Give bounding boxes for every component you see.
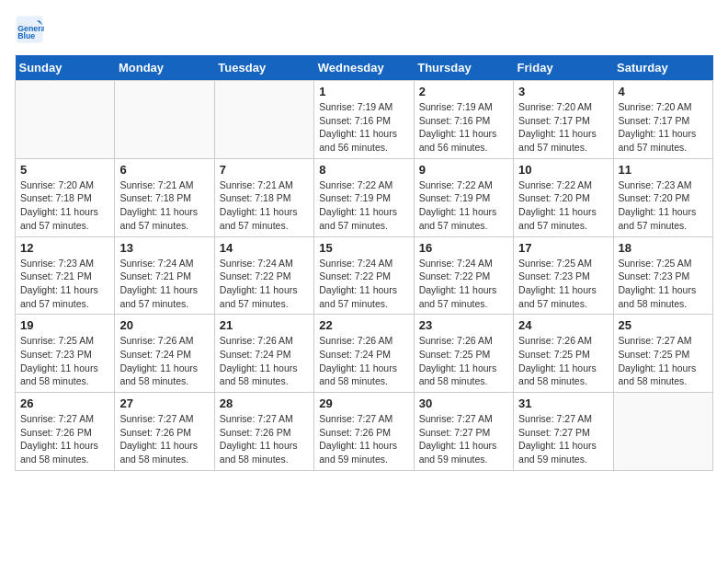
day-number: 28: [220, 396, 309, 410]
day-info: Sunrise: 7:25 AM Sunset: 7:23 PM Dayligh…: [619, 257, 708, 311]
week-row-5: 26Sunrise: 7:27 AM Sunset: 7:26 PM Dayli…: [16, 393, 713, 471]
day-number: 12: [20, 241, 109, 255]
day-info: Sunrise: 7:22 AM Sunset: 7:20 PM Dayligh…: [518, 178, 608, 233]
calendar-cell: 27Sunrise: 7:27 AM Sunset: 7:26 PM Dayli…: [115, 393, 214, 471]
day-info: Sunrise: 7:26 AM Sunset: 7:24 PM Dayligh…: [319, 334, 408, 388]
day-info: Sunrise: 7:27 AM Sunset: 7:26 PM Dayligh…: [319, 412, 408, 466]
day-number: 15: [319, 241, 408, 255]
header-cell-sunday: Sunday: [16, 55, 115, 81]
day-info: Sunrise: 7:22 AM Sunset: 7:19 PM Dayligh…: [419, 178, 508, 233]
week-row-2: 5Sunrise: 7:20 AM Sunset: 7:18 PM Daylig…: [16, 158, 713, 236]
calendar-cell: 20Sunrise: 7:26 AM Sunset: 7:24 PM Dayli…: [115, 315, 214, 393]
day-number: 2: [419, 85, 508, 98]
day-info: Sunrise: 7:26 AM Sunset: 7:25 PM Dayligh…: [419, 334, 508, 388]
calendar-cell: 9Sunrise: 7:22 AM Sunset: 7:19 PM Daylig…: [414, 158, 513, 236]
calendar-cell: 5Sunrise: 7:20 AM Sunset: 7:18 PM Daylig…: [16, 158, 115, 236]
calendar-cell: 2Sunrise: 7:19 AM Sunset: 7:16 PM Daylig…: [414, 81, 513, 159]
logo: General Blue: [15, 15, 50, 44]
header-cell-saturday: Saturday: [613, 55, 712, 81]
calendar-cell: 30Sunrise: 7:27 AM Sunset: 7:27 PM Dayli…: [414, 393, 513, 471]
day-number: 5: [20, 163, 109, 177]
logo-icon: General Blue: [15, 15, 44, 44]
day-number: 16: [419, 241, 508, 255]
calendar-cell: 7Sunrise: 7:21 AM Sunset: 7:18 PM Daylig…: [214, 158, 313, 236]
calendar-cell: 3Sunrise: 7:20 AM Sunset: 7:17 PM Daylig…: [514, 81, 613, 159]
calendar-cell: 24Sunrise: 7:26 AM Sunset: 7:25 PM Dayli…: [514, 315, 613, 393]
calendar-cell: 31Sunrise: 7:27 AM Sunset: 7:27 PM Dayli…: [514, 393, 613, 471]
day-info: Sunrise: 7:27 AM Sunset: 7:26 PM Dayligh…: [119, 412, 209, 466]
day-info: Sunrise: 7:25 AM Sunset: 7:23 PM Dayligh…: [20, 334, 109, 388]
day-number: 14: [220, 241, 309, 255]
day-info: Sunrise: 7:27 AM Sunset: 7:26 PM Dayligh…: [20, 412, 109, 466]
calendar-cell: 23Sunrise: 7:26 AM Sunset: 7:25 PM Dayli…: [414, 315, 513, 393]
calendar-header: SundayMondayTuesdayWednesdayThursdayFrid…: [16, 55, 713, 81]
day-number: 25: [619, 318, 708, 332]
day-info: Sunrise: 7:20 AM Sunset: 7:17 PM Dayligh…: [518, 100, 608, 155]
header-cell-tuesday: Tuesday: [214, 55, 313, 81]
day-info: Sunrise: 7:20 AM Sunset: 7:18 PM Dayligh…: [20, 178, 109, 233]
day-info: Sunrise: 7:26 AM Sunset: 7:24 PM Dayligh…: [119, 334, 209, 388]
day-number: 10: [518, 163, 608, 177]
day-number: 27: [119, 396, 209, 410]
calendar-cell: 15Sunrise: 7:24 AM Sunset: 7:22 PM Dayli…: [314, 236, 414, 315]
day-number: 17: [518, 241, 608, 255]
day-number: 23: [419, 318, 508, 332]
day-number: 29: [319, 396, 408, 410]
day-info: Sunrise: 7:19 AM Sunset: 7:16 PM Dayligh…: [319, 100, 408, 155]
calendar-cell: 19Sunrise: 7:25 AM Sunset: 7:23 PM Dayli…: [16, 315, 115, 393]
calendar-cell: 17Sunrise: 7:25 AM Sunset: 7:23 PM Dayli…: [514, 236, 613, 315]
calendar-cell: 11Sunrise: 7:23 AM Sunset: 7:20 PM Dayli…: [613, 158, 712, 236]
calendar-cell: 28Sunrise: 7:27 AM Sunset: 7:26 PM Dayli…: [214, 393, 313, 471]
day-number: 26: [20, 396, 109, 410]
day-number: 6: [119, 163, 209, 177]
calendar-cell: [214, 81, 313, 159]
header-cell-friday: Friday: [514, 55, 613, 81]
day-info: Sunrise: 7:21 AM Sunset: 7:18 PM Dayligh…: [119, 178, 209, 233]
header-cell-thursday: Thursday: [414, 55, 513, 81]
calendar-cell: 14Sunrise: 7:24 AM Sunset: 7:22 PM Dayli…: [214, 236, 313, 315]
day-number: 4: [619, 85, 708, 98]
day-info: Sunrise: 7:25 AM Sunset: 7:23 PM Dayligh…: [518, 257, 608, 311]
day-info: Sunrise: 7:27 AM Sunset: 7:25 PM Dayligh…: [619, 334, 708, 388]
day-number: 7: [220, 163, 309, 177]
calendar-table: SundayMondayTuesdayWednesdayThursdayFrid…: [15, 55, 713, 471]
day-number: 3: [518, 85, 608, 98]
calendar-cell: 6Sunrise: 7:21 AM Sunset: 7:18 PM Daylig…: [115, 158, 214, 236]
day-info: Sunrise: 7:24 AM Sunset: 7:21 PM Dayligh…: [119, 257, 209, 311]
calendar-cell: 8Sunrise: 7:22 AM Sunset: 7:19 PM Daylig…: [314, 158, 414, 236]
day-number: 19: [20, 318, 109, 332]
calendar-cell: 22Sunrise: 7:26 AM Sunset: 7:24 PM Dayli…: [314, 315, 414, 393]
calendar-cell: 1Sunrise: 7:19 AM Sunset: 7:16 PM Daylig…: [314, 81, 414, 159]
calendar-cell: 26Sunrise: 7:27 AM Sunset: 7:26 PM Dayli…: [16, 393, 115, 471]
day-number: 9: [419, 163, 508, 177]
calendar-cell: 13Sunrise: 7:24 AM Sunset: 7:21 PM Dayli…: [115, 236, 214, 315]
day-info: Sunrise: 7:21 AM Sunset: 7:18 PM Dayligh…: [220, 178, 309, 233]
week-row-1: 1Sunrise: 7:19 AM Sunset: 7:16 PM Daylig…: [16, 81, 713, 159]
day-number: 13: [119, 241, 209, 255]
calendar-cell: [115, 81, 214, 159]
week-row-3: 12Sunrise: 7:23 AM Sunset: 7:21 PM Dayli…: [16, 236, 713, 315]
header-cell-monday: Monday: [115, 55, 214, 81]
svg-text:Blue: Blue: [17, 31, 35, 40]
day-number: 30: [419, 396, 508, 410]
day-info: Sunrise: 7:24 AM Sunset: 7:22 PM Dayligh…: [319, 257, 408, 311]
day-info: Sunrise: 7:20 AM Sunset: 7:17 PM Dayligh…: [619, 100, 708, 155]
day-number: 18: [619, 241, 708, 255]
calendar-cell: 4Sunrise: 7:20 AM Sunset: 7:17 PM Daylig…: [613, 81, 712, 159]
day-number: 22: [319, 318, 408, 332]
day-number: 8: [319, 163, 408, 177]
header-cell-wednesday: Wednesday: [314, 55, 414, 81]
calendar-cell: 21Sunrise: 7:26 AM Sunset: 7:24 PM Dayli…: [214, 315, 313, 393]
day-info: Sunrise: 7:26 AM Sunset: 7:24 PM Dayligh…: [220, 334, 309, 388]
day-info: Sunrise: 7:26 AM Sunset: 7:25 PM Dayligh…: [518, 334, 608, 388]
day-info: Sunrise: 7:23 AM Sunset: 7:21 PM Dayligh…: [20, 257, 109, 311]
calendar-cell: 16Sunrise: 7:24 AM Sunset: 7:22 PM Dayli…: [414, 236, 513, 315]
page-header: General Blue: [15, 15, 713, 44]
calendar-body: 1Sunrise: 7:19 AM Sunset: 7:16 PM Daylig…: [16, 81, 713, 471]
day-info: Sunrise: 7:22 AM Sunset: 7:19 PM Dayligh…: [319, 178, 408, 233]
day-info: Sunrise: 7:23 AM Sunset: 7:20 PM Dayligh…: [619, 178, 708, 233]
day-info: Sunrise: 7:24 AM Sunset: 7:22 PM Dayligh…: [419, 257, 508, 311]
calendar-cell: [16, 81, 115, 159]
week-row-4: 19Sunrise: 7:25 AM Sunset: 7:23 PM Dayli…: [16, 315, 713, 393]
day-info: Sunrise: 7:27 AM Sunset: 7:27 PM Dayligh…: [518, 412, 608, 466]
